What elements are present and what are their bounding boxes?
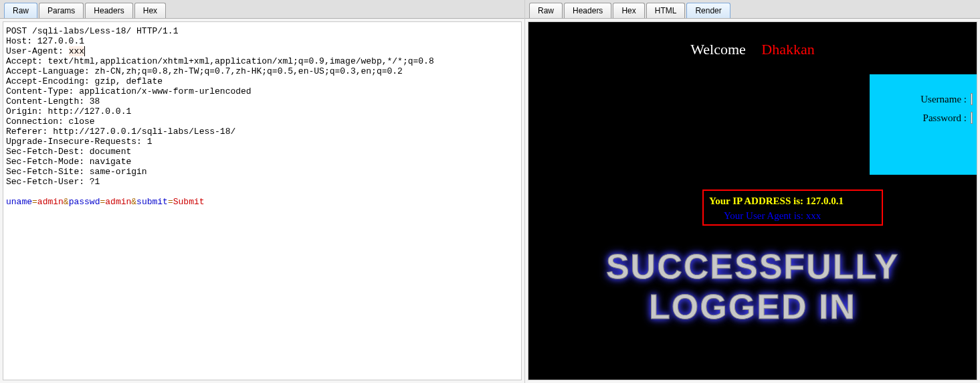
request-body: uname=admin&passwd=admin&submit=Submit [6,197,518,207]
tab-html-response[interactable]: HTML [646,3,686,18]
request-line: POST /sqli-labs/Less-18/ HTTP/1.1 [6,26,518,36]
user-agent-line: Your User Agent is: xxx [724,208,876,223]
login-form: Username : Password : [870,74,977,175]
tab-raw-response[interactable]: Raw [529,3,563,18]
ip-address-line: Your IP ADDRESS is: 127.0.0.1 [709,194,876,208]
request-line: Sec-Fetch-Dest: document [6,147,518,157]
username-row: Username : [874,93,973,105]
request-line: Content-Length: 38 [6,96,518,106]
request-line: User-Agent: xxx [6,46,518,56]
request-editor[interactable]: POST /sqli-labs/Less-18/ HTTP/1.1Host: 1… [3,21,522,380]
tab-headers[interactable]: Headers [85,3,132,18]
password-label: Password : [923,112,967,124]
right-tab-bar: Raw Headers Hex HTML Render [525,0,980,19]
request-line: Content-Type: application/x-www-form-url… [6,86,518,96]
success-line-2: LOGGED IN [528,287,977,327]
tab-render-response[interactable]: Render [686,3,730,18]
request-line: Sec-Fetch-User: ?1 [6,177,518,187]
dhakkan-text: Dhakkan [761,41,814,58]
info-box: Your IP ADDRESS is: 127.0.0.1 Your User … [702,189,883,226]
tab-headers-response[interactable]: Headers [564,3,611,18]
render-viewport: Welcome Dhakkan Username : Password : Yo… [528,21,977,380]
username-label: Username : [920,94,967,105]
left-tab-bar: Raw Params Headers Hex [0,0,524,19]
tab-hex-response[interactable]: Hex [613,3,644,18]
success-line-1: SUCCESSFULLY [528,246,977,287]
request-line: Sec-Fetch-Site: same-origin [6,167,518,177]
tab-hex[interactable]: Hex [134,3,166,18]
request-panel: Raw Params Headers Hex POST /sqli-labs/L… [0,0,525,383]
request-line: Referer: http://127.0.0.1/sqli-labs/Less… [6,127,518,137]
success-banner: SUCCESSFULLY LOGGED IN [528,246,977,327]
request-line: Accept-Encoding: gzip, deflate [6,76,518,86]
username-input[interactable] [971,93,973,105]
request-line: Accept-Language: zh-CN,zh;q=0.8,zh-TW;q=… [6,66,518,76]
request-line: Host: 127.0.0.1 [6,36,518,46]
tab-raw[interactable]: Raw [4,3,37,18]
password-row: Password : [874,112,973,124]
password-input[interactable] [971,112,973,124]
welcome-heading: Welcome Dhakkan [528,41,977,58]
welcome-text: Welcome [690,41,746,58]
request-line: Accept: text/html,application/xhtml+xml,… [6,56,518,66]
request-line: Upgrade-Insecure-Requests: 1 [6,137,518,147]
request-blank-line [6,187,518,197]
request-line: Origin: http://127.0.0.1 [6,106,518,117]
response-panel: Raw Headers Hex HTML Render Welcome Dhak… [525,0,980,383]
request-line: Sec-Fetch-Mode: navigate [6,157,518,167]
request-line: Connection: close [6,117,518,127]
tab-params[interactable]: Params [39,3,84,18]
